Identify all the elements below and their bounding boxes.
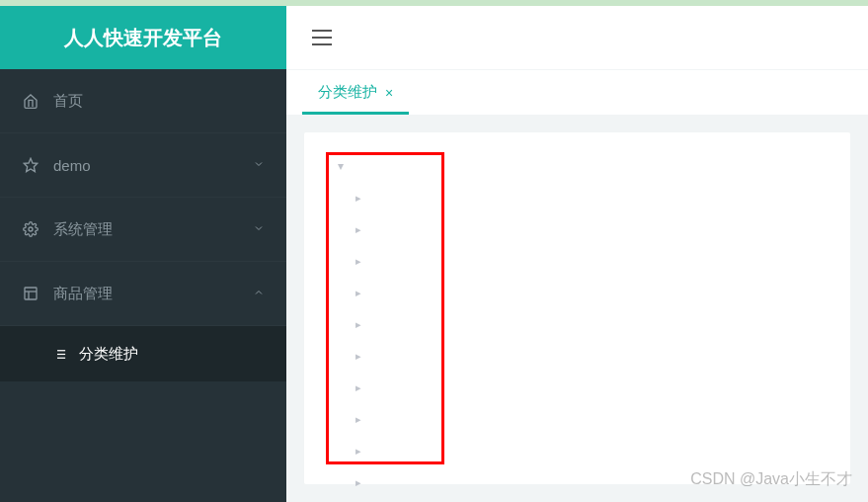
chevron-up-icon [253,287,265,301]
brand-title: 人人快速开发平台 [64,25,222,51]
svg-point-1 [29,227,33,231]
tree-node[interactable]: ▸ [355,340,830,372]
sidebar-item-system[interactable]: 系统管理 [0,198,286,262]
tree-node[interactable]: ▸ [355,213,830,245]
sidebar-item-home[interactable]: 首页 [0,69,286,133]
tree-node[interactable]: ▸ [355,277,830,308]
caret-right-icon[interactable]: ▸ [355,350,361,363]
caret-right-icon[interactable]: ▸ [355,413,361,426]
app-container: 人人快速开发平台 首页 demo [0,6,868,502]
caret-right-icon[interactable]: ▸ [355,476,361,489]
tabbar: 分类维护 × [286,69,868,115]
sidebar-item-label: demo [53,157,253,174]
caret-right-icon[interactable]: ▸ [355,255,361,268]
category-tree: ▾ ▸▸▸▸▸▸▸▸▸▸ [324,150,830,498]
sidebar-subitem-label: 分类维护 [79,345,138,364]
caret-right-icon[interactable]: ▸ [355,381,361,394]
chevron-down-icon [253,158,265,173]
tab-label: 分类维护 [318,83,377,102]
tree-node[interactable]: ▸ [355,308,830,340]
caret-right-icon[interactable]: ▸ [355,287,361,299]
grid-icon [22,285,39,302]
content-area: ▾ ▸▸▸▸▸▸▸▸▸▸ [286,115,868,502]
home-icon [22,92,39,110]
tree-node[interactable]: ▸ [355,403,830,435]
caret-right-icon[interactable]: ▸ [355,223,361,236]
caret-right-icon[interactable]: ▸ [355,192,361,205]
brand-header[interactable]: 人人快速开发平台 [0,6,286,69]
sidebar-menu: 首页 demo 系统管理 [0,69,286,502]
sidebar-item-label: 系统管理 [53,220,253,239]
tree-node[interactable]: ▸ [355,245,830,277]
sidebar-item-product[interactable]: 商品管理 [0,262,286,326]
tab-category[interactable]: 分类维护 × [302,83,409,115]
tree-root-node[interactable]: ▾ [324,156,830,174]
caret-right-icon[interactable]: ▸ [355,318,361,331]
tree-children: ▸▸▸▸▸▸▸▸▸▸ [324,174,830,498]
main-area: 分类维护 × ▾ ▸▸▸▸▸▸▸▸▸▸ [286,6,868,502]
sidebar-item-demo[interactable]: demo [0,133,286,198]
sidebar: 人人快速开发平台 首页 demo [0,6,286,502]
close-icon[interactable]: × [385,85,393,101]
sidebar-item-label: 商品管理 [53,285,253,303]
svg-marker-0 [24,158,37,171]
caret-right-icon[interactable]: ▸ [355,445,361,458]
chevron-down-icon [253,222,265,237]
star-icon [22,156,39,174]
content-card: ▾ ▸▸▸▸▸▸▸▸▸▸ [304,132,850,484]
caret-down-icon[interactable]: ▾ [338,159,352,173]
tree-node[interactable]: ▸ [355,466,830,498]
gear-icon [22,220,39,238]
tree-node[interactable]: ▸ [355,372,830,403]
tree-node[interactable]: ▸ [355,182,830,213]
topbar [286,6,868,69]
sidebar-item-label: 首页 [53,92,265,111]
sidebar-subitem-category[interactable]: 分类维护 [0,326,286,381]
tree-node[interactable]: ▸ [355,435,830,466]
sidebar-toggle-button[interactable] [306,24,338,51]
list-icon [51,346,67,362]
svg-rect-2 [25,288,37,299]
